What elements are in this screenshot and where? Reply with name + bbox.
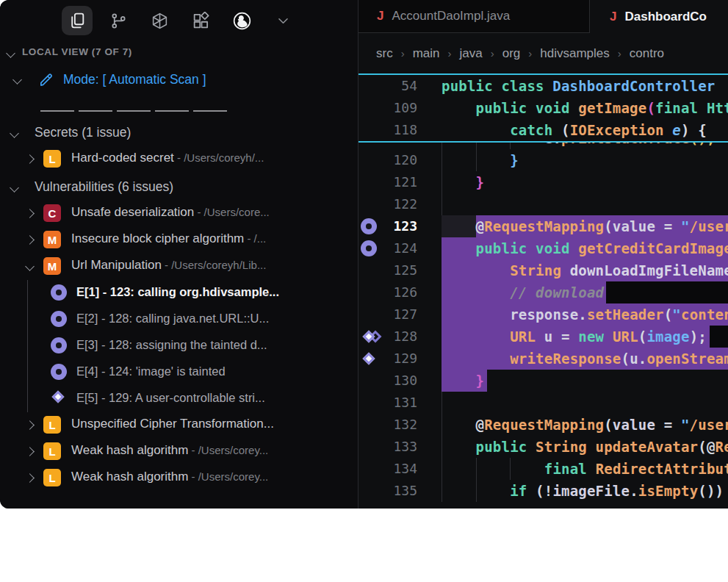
tab-bar: J AccountDaoImpl.java J DashboardCo xyxy=(358,0,728,33)
scan-mode-row[interactable]: Mode: [ Automatic Scan ] xyxy=(0,69,358,93)
issue-row[interactable]: LUnspecified Cipher Transformation... xyxy=(0,412,358,439)
issue-row[interactable]: LWeak hash algorithm - /Users/corey... xyxy=(0,439,358,465)
breadcrumb-item[interactable]: java xyxy=(460,46,483,61)
issue-row[interactable]: LHard-coded secret - /Users/coreyh/... xyxy=(0,146,358,173)
issue-label: E[2] - 128: calling java.net.URL::U... xyxy=(76,312,269,326)
code-line[interactable]: 129writeResponse(u.openStream xyxy=(358,348,728,370)
line-number[interactable]: 118 xyxy=(358,119,417,141)
code-line[interactable]: e.printStackTrace(); xyxy=(358,143,728,149)
dependency-cube-icon[interactable] xyxy=(144,6,175,35)
code-line[interactable]: 127response.setHeader("content xyxy=(358,303,728,326)
pencil-icon xyxy=(38,72,54,88)
issue-label: Insecure block cipher algorithm - /... xyxy=(71,231,266,246)
scanner-logo-icon[interactable] xyxy=(226,6,257,35)
code-area[interactable]: 54public class DashboardController 109pu… xyxy=(358,73,728,502)
files-icon[interactable] xyxy=(62,6,93,35)
code-line[interactable]: 109public void getImage(final Htt xyxy=(358,97,728,119)
line-number[interactable]: 121 xyxy=(358,171,417,193)
code-line[interactable]: 125String downLoadImgFileName xyxy=(358,259,728,281)
code-line[interactable]: 118catch (IOException e) { xyxy=(358,119,728,141)
trace-diamond-icon xyxy=(52,391,65,403)
chevron-down-icon[interactable] xyxy=(25,262,35,271)
breadcrumb-separator: › xyxy=(528,47,532,60)
line-number[interactable]: 109 xyxy=(358,97,417,119)
chevron-right-icon[interactable] xyxy=(25,209,35,218)
code-line[interactable]: 134final RedirectAttribut xyxy=(358,458,728,480)
chevron-down-icon[interactable] xyxy=(10,183,19,193)
line-number[interactable]: 135 xyxy=(358,480,417,502)
code-text: final RedirectAttribut xyxy=(442,458,728,480)
code-line[interactable]: 131 xyxy=(358,392,728,414)
line-number[interactable]: 132 xyxy=(358,414,417,436)
code-line[interactable]: 126// download xyxy=(358,281,728,303)
line-number[interactable]: 134 xyxy=(358,458,417,480)
issue-row[interactable]: MInsecure block cipher algorithm - /... xyxy=(0,227,358,254)
issue-label: Unsafe deserialization - /Users/core... xyxy=(71,205,270,220)
code-line[interactable]: 130} xyxy=(358,370,728,392)
chevron-right-icon[interactable] xyxy=(25,473,35,483)
breadcrumb-separator: › xyxy=(491,47,494,60)
code-line[interactable]: 123@RequestMapping(value = "/user xyxy=(358,215,728,237)
line-number[interactable]: 127 xyxy=(358,303,417,326)
code-text: public class DashboardController xyxy=(442,75,728,97)
trace-row[interactable]: E[3] - 128: assigning the tainted d... xyxy=(0,333,358,359)
code-text: writeResponse(u.openStream xyxy=(442,348,728,370)
line-number[interactable]: 120 xyxy=(358,149,417,171)
issue-row[interactable]: CUnsafe deserialization - /Users/core... xyxy=(0,201,358,227)
code-text: @RequestMapping(value = "/user xyxy=(442,215,728,237)
trace-row[interactable]: E[1] - 123: calling org.hdivsample... xyxy=(0,280,358,306)
line-number[interactable]: 130 xyxy=(358,370,417,392)
editor: J AccountDaoImpl.java J DashboardCo src›… xyxy=(358,0,728,509)
extensions-icon[interactable] xyxy=(185,6,216,35)
tab-accountdaoimpl[interactable]: J AccountDaoImpl.java xyxy=(358,0,590,33)
code-line[interactable]: 122 xyxy=(358,193,728,215)
code-line[interactable]: 132@RequestMapping(value = "/user xyxy=(358,414,728,436)
line-number[interactable]: 54 xyxy=(358,75,417,97)
line-number[interactable]: 126 xyxy=(358,281,417,303)
code-line[interactable]: 120} xyxy=(358,149,728,171)
trace-circle-marker[interactable] xyxy=(361,240,377,256)
issue-path: - /Users/corey... xyxy=(188,444,268,456)
chevron-right-icon[interactable] xyxy=(25,420,35,430)
source-control-icon[interactable] xyxy=(103,6,134,35)
issue-label: E[4] - 124: 'image' is tainted xyxy=(76,364,226,378)
local-view-header[interactable]: LOCAL VIEW (7 OF 7) xyxy=(0,44,358,65)
code-line[interactable]: 128URL u = new URL(image); xyxy=(358,326,728,348)
breadcrumb-item[interactable]: org xyxy=(502,46,521,61)
breadcrumb-item[interactable]: hdivsamples xyxy=(540,46,610,61)
breadcrumb-item[interactable]: src xyxy=(376,46,393,61)
chevron-right-icon[interactable] xyxy=(25,235,35,245)
trace-circle-marker[interactable] xyxy=(361,218,377,234)
issue-row[interactable]: LWeak hash algorithm - /Users/corey... xyxy=(0,465,358,492)
code-line[interactable]: 133public String updateAvatar(@Re xyxy=(358,436,728,458)
chevron-right-icon[interactable] xyxy=(25,154,35,164)
breadcrumb-item[interactable]: contro xyxy=(630,46,664,61)
line-number[interactable]: 125 xyxy=(358,259,417,281)
line-number[interactable]: 133 xyxy=(358,436,417,458)
line-number[interactable]: 122 xyxy=(358,193,417,215)
sticky-scroll[interactable]: 54public class DashboardController 109pu… xyxy=(358,73,728,143)
breadcrumb-item[interactable]: main xyxy=(413,46,440,61)
trace-circle-icon xyxy=(51,337,67,353)
issue-label: Unspecified Cipher Transformation... xyxy=(71,417,274,431)
issue-row[interactable]: MUrl Manipulation - /Users/coreyh/Lib... xyxy=(0,254,358,280)
chevron-down-icon[interactable] xyxy=(267,6,298,35)
trace-row[interactable]: E[5] - 129: A user-controllable stri... xyxy=(0,386,358,412)
tree-guide-line xyxy=(27,386,28,412)
chevron-down-icon[interactable] xyxy=(10,129,19,138)
code-line[interactable]: 124public void getCreditCardImage xyxy=(358,237,728,259)
tab-dashboardcontroller[interactable]: J DashboardCo xyxy=(590,0,728,33)
breadcrumb-separator: › xyxy=(448,47,452,60)
code-text: public void getCreditCardImage xyxy=(442,237,728,259)
code-line[interactable]: 54public class DashboardController xyxy=(358,75,728,97)
trace-row[interactable]: E[4] - 124: 'image' is tainted xyxy=(0,359,358,386)
code-line[interactable]: 121} xyxy=(358,171,728,193)
code-text: } xyxy=(442,171,728,193)
tree-section[interactable]: Secrets (1 issue) xyxy=(0,122,358,146)
tree-section[interactable]: Vulnerabilities (6 issues) xyxy=(0,176,358,201)
chevron-right-icon[interactable] xyxy=(25,447,35,456)
trace-circle-icon xyxy=(51,364,67,380)
code-line[interactable]: 135if (!imageFile.isEmpty()) { xyxy=(358,480,728,502)
line-number[interactable]: 131 xyxy=(358,392,417,414)
trace-row[interactable]: E[2] - 128: calling java.net.URL::U... xyxy=(0,306,358,333)
